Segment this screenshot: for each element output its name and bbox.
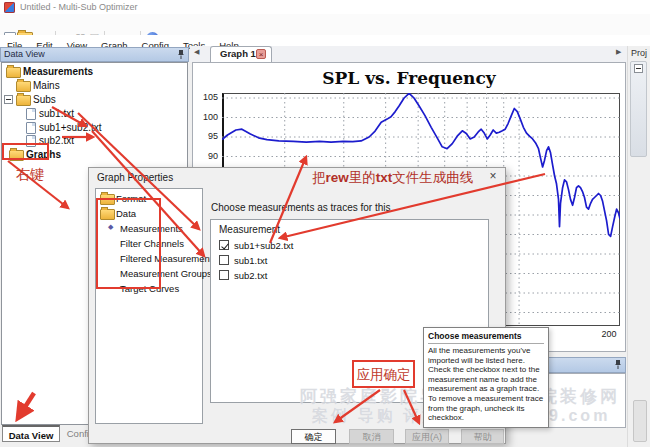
pin-icon[interactable] bbox=[614, 359, 622, 370]
title-bar: Untitled - Multi-Sub Optimizer bbox=[0, 0, 650, 14]
rew-note-part: 把 bbox=[312, 170, 326, 185]
y-tick-105: 105 bbox=[196, 92, 218, 102]
chart-title: SPL vs. Frequency bbox=[192, 68, 626, 88]
project-panel-title: Proj bbox=[631, 48, 647, 58]
scroll-tabs-right-icon[interactable]: ▶ bbox=[616, 48, 621, 56]
x-tick-200: 200 bbox=[596, 329, 622, 339]
measurement-label: sub2.txt bbox=[234, 270, 267, 281]
tree-item-label: Mains bbox=[33, 79, 60, 92]
measurement-row-sub1-plus-sub2[interactable]: sub1+sub2.txt bbox=[211, 239, 481, 253]
app-icon bbox=[4, 2, 15, 13]
scrollbar-thumb[interactable] bbox=[633, 400, 647, 442]
dialog-title: Graph Properties bbox=[97, 172, 173, 183]
check-mark-icon bbox=[221, 241, 229, 249]
project-panel-collapsed-bar[interactable] bbox=[630, 61, 647, 157]
measurement-row-sub1[interactable]: sub1.txt bbox=[211, 254, 481, 268]
tree-item-sub1-plus-sub2-txt[interactable]: sub1+sub2.txt bbox=[2, 121, 182, 134]
measurement-checkbox[interactable] bbox=[219, 255, 229, 265]
tree-item-sub1-txt[interactable]: sub1.txt bbox=[2, 107, 182, 120]
help-button: 帮助 bbox=[461, 429, 504, 444]
apply-button: 应用(A) bbox=[405, 429, 449, 444]
measurement-checkbox[interactable] bbox=[219, 270, 229, 280]
y-tick-95: 95 bbox=[196, 131, 218, 141]
measurement-label: sub1.txt bbox=[234, 255, 267, 266]
dialog-close-icon[interactable]: × bbox=[485, 169, 501, 185]
tree-item-subs[interactable]: Subs bbox=[2, 93, 182, 106]
tree-item-label: sub1.txt bbox=[39, 107, 74, 120]
measurement-list-header: Measurement bbox=[219, 224, 280, 235]
tooltip-title: Choose measurements bbox=[428, 331, 544, 344]
tree-item-mains[interactable]: Mains bbox=[2, 79, 182, 92]
annotation-rew-note: 把rew里的txt文件生成曲线 bbox=[312, 169, 473, 187]
tree-item-label: sub1+sub2.txt bbox=[39, 121, 102, 134]
tree-item-measurements[interactable]: Measurements bbox=[2, 65, 182, 78]
choose-measurements-tooltip: Choose measurements All the measurements… bbox=[423, 327, 549, 428]
rew-note-part-bold: txt bbox=[376, 170, 393, 185]
folder-icon bbox=[16, 95, 31, 106]
rew-note-part: 里的 bbox=[349, 170, 376, 185]
file-icon bbox=[26, 108, 36, 120]
measurement-checkbox[interactable] bbox=[219, 240, 229, 250]
cancel-button: 取消 bbox=[349, 429, 394, 444]
data-view-panel-title: Data View bbox=[4, 49, 45, 59]
folder-icon bbox=[6, 67, 21, 78]
close-tab-icon[interactable]: × bbox=[256, 49, 266, 59]
choose-measurements-label: Choose measurements as traces for this bbox=[211, 202, 391, 213]
rew-note-part-bold: rew bbox=[326, 170, 349, 185]
collapse-expander-icon[interactable] bbox=[4, 95, 13, 104]
window-title: Untitled - Multi-Sub Optimizer bbox=[20, 2, 138, 12]
folder-icon bbox=[16, 81, 31, 92]
tab-graph-1-label: Graph 1 bbox=[220, 48, 256, 59]
rew-note-part: 文件生成曲线 bbox=[392, 170, 473, 185]
tree-item-label: Measurements bbox=[23, 65, 93, 78]
annotation-right-click: 右键 bbox=[16, 166, 44, 184]
tab-data-view[interactable]: Data View bbox=[2, 425, 60, 442]
measurement-label: sub1+sub2.txt bbox=[234, 240, 293, 251]
measurement-row-sub2[interactable]: sub2.txt bbox=[211, 269, 481, 283]
tree-item-label: Subs bbox=[33, 93, 56, 106]
annotation-box-apply-confirm: 应用确定 bbox=[352, 360, 415, 388]
toolbar: ✂ ☷ ☒ ▶ ■ ? bbox=[0, 14, 650, 36]
scroll-tabs-left-icon[interactable]: ◀ bbox=[194, 48, 199, 56]
pin-icon[interactable] bbox=[177, 49, 185, 60]
y-tick-90: 90 bbox=[196, 151, 218, 161]
file-icon bbox=[26, 122, 36, 134]
annotation-box-graphs bbox=[2, 143, 49, 160]
tooltip-body: All the measurements you've imported wil… bbox=[428, 346, 544, 423]
annotation-box-data-tree bbox=[96, 198, 161, 289]
y-tick-100: 100 bbox=[196, 112, 218, 122]
ok-button[interactable]: 确定 bbox=[291, 429, 336, 444]
collapse-icon[interactable] bbox=[634, 64, 643, 73]
